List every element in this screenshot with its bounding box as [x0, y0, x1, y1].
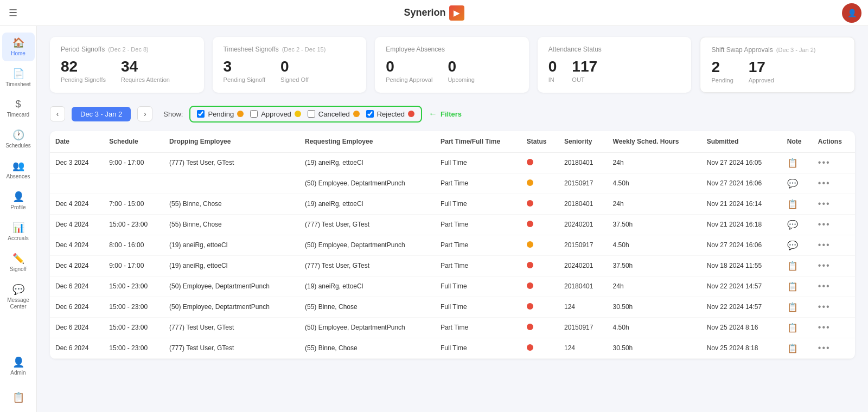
actions-menu-button[interactable]: ••• — [818, 261, 831, 270]
prev-date-button[interactable]: ‹ — [50, 106, 65, 121]
sidebar: 🏠 Home 📄 Timesheet $ Timecard 🕐 Schedule… — [0, 0, 37, 412]
cell-actions[interactable]: ••• — [813, 214, 855, 235]
status-dot — [527, 159, 533, 165]
actions-menu-button[interactable]: ••• — [818, 158, 831, 167]
actions-menu-button[interactable]: ••• — [818, 302, 831, 311]
cell-note: 📋 — [782, 152, 813, 173]
attendance-status-metrics: 0 IN 117 OUT — [548, 59, 681, 83]
sidebar-item-timesheet[interactable]: 📄 Timesheet — [2, 63, 35, 92]
menu-icon[interactable]: ☰ — [9, 7, 17, 19]
cell-seniority: 20240201 — [559, 214, 608, 235]
filter-pending[interactable]: Pending — [197, 110, 244, 118]
timesheet-signoffs-metrics: 3 Pending Signoff 0 Signed Off — [224, 59, 356, 83]
profile-icon: 👤 — [12, 191, 24, 203]
cell-dropping: (55) Binne, Chose — [164, 214, 299, 235]
cell-actions[interactable]: ••• — [813, 235, 855, 255]
cell-actions[interactable]: ••• — [813, 173, 855, 194]
cell-date: Dec 3 2024 — [50, 152, 104, 173]
absences-icon: 👥 — [12, 160, 24, 172]
cell-actions[interactable]: ••• — [813, 317, 855, 338]
filter-approved[interactable]: Approved — [250, 110, 301, 118]
cell-requesting: (50) Employee, DeptartmentPunch — [299, 173, 435, 194]
cell-submitted: Nov 27 2024 16:05 — [701, 152, 782, 173]
cell-status — [521, 194, 559, 214]
cell-note: 📋 — [782, 194, 813, 214]
actions-menu-button[interactable]: ••• — [818, 323, 831, 332]
timesheet-icon: 📄 — [12, 68, 24, 80]
cell-requesting: (777) Test User, GTest — [299, 214, 435, 235]
shift-swap-metrics: 2 Pending 17 Approved — [711, 59, 844, 83]
sidebar-item-timecard[interactable]: $ Timecard — [2, 94, 35, 123]
status-dot — [527, 200, 533, 207]
schedules-icon: 🕐 — [12, 129, 24, 141]
col-actions: Actions — [813, 131, 855, 152]
table-row: Dec 4 2024 15:00 - 23:00 (55) Binne, Cho… — [50, 214, 855, 235]
col-dropping: Dropping Employee — [164, 131, 299, 152]
main-content: Period Signoffs (Dec 2 - Dec 8) 82 Pendi… — [37, 26, 868, 412]
note-icon: 📋 — [787, 261, 798, 271]
in-metric: 0 IN — [548, 59, 557, 83]
note-icon: 📋 — [787, 344, 798, 353]
date-range-button[interactable]: Dec 3 - Jan 2 — [72, 107, 131, 121]
cell-weekly: 24h — [608, 276, 701, 297]
note-icon: 📋 — [787, 158, 798, 168]
approved-checkbox[interactable] — [250, 110, 258, 118]
sidebar-item-signoff[interactable]: ✏️ Signoff — [2, 248, 35, 277]
cell-note: 💬 — [782, 235, 813, 255]
sidebar-item-message-center[interactable]: 💬 Message Center — [2, 279, 35, 314]
cell-status — [521, 297, 559, 317]
cell-weekly: 24h — [608, 152, 701, 173]
cell-actions[interactable]: ••• — [813, 297, 855, 317]
sidebar-item-profile[interactable]: 👤 Profile — [2, 186, 35, 215]
actions-menu-button[interactable]: ••• — [818, 240, 831, 249]
cell-actions[interactable]: ••• — [813, 194, 855, 214]
sidebar-item-absences[interactable]: 👥 Absences — [2, 156, 35, 184]
attendance-status-title: Attendance Status — [548, 46, 681, 53]
sidebar-item-home[interactable]: 🏠 Home — [2, 33, 35, 61]
cancelled-checkbox[interactable] — [308, 110, 315, 118]
cell-status — [521, 338, 559, 358]
logo-text: Synerion — [404, 7, 445, 18]
pending-approval-metric: 0 Pending Approval — [386, 59, 432, 83]
cell-requesting: (777) Test User, GTest — [299, 255, 435, 276]
cell-status — [521, 152, 559, 173]
pending-checkbox[interactable] — [197, 110, 205, 118]
cell-seniority: 20240201 — [559, 255, 608, 276]
actions-menu-button[interactable]: ••• — [818, 220, 831, 229]
cell-schedule: 8:00 - 16:00 — [104, 235, 164, 255]
filter-cancelled[interactable]: Cancelled — [308, 110, 360, 118]
next-date-button[interactable]: › — [137, 106, 152, 121]
cell-schedule: 15:00 - 23:00 — [104, 276, 164, 297]
cell-seniority: 124 — [559, 297, 608, 317]
cell-dropping: (777) Test User, GTest — [164, 338, 299, 358]
rejected-checkbox[interactable] — [366, 110, 374, 118]
cancelled-label: Cancelled — [318, 110, 350, 118]
cell-actions[interactable]: ••• — [813, 255, 855, 276]
pending-dot — [237, 111, 244, 117]
actions-menu-button[interactable]: ••• — [818, 343, 831, 352]
arrow-left-icon: ← — [429, 109, 437, 119]
cell-actions[interactable]: ••• — [813, 338, 855, 358]
sidebar-item-schedules[interactable]: 🕐 Schedules — [2, 125, 35, 153]
table-row: Dec 6 2024 15:00 - 23:00 (777) Test User… — [50, 317, 855, 338]
sidebar-item-admin[interactable]: 👤 Admin — [2, 352, 35, 381]
sidebar-label-schedules: Schedules — [5, 143, 31, 149]
cell-actions[interactable]: ••• — [813, 152, 855, 173]
cell-weekly: 4.50h — [608, 235, 701, 255]
filter-rejected[interactable]: Rejected — [366, 110, 414, 118]
table-row: Dec 6 2024 15:00 - 23:00 (50) Employee, … — [50, 276, 855, 297]
cell-note: 📋 — [782, 276, 813, 297]
avatar[interactable]: 👤 — [842, 3, 861, 23]
cell-status — [521, 235, 559, 255]
cell-schedule: 9:00 - 17:00 — [104, 152, 164, 173]
shift-swap-table: Date Schedule Dropping Employee Requesti… — [50, 131, 855, 359]
actions-menu-button[interactable]: ••• — [818, 178, 831, 188]
cell-dropping: (50) Employee, DeptartmentPunch — [164, 276, 299, 297]
actions-menu-button[interactable]: ••• — [818, 199, 831, 208]
employee-absences-metrics: 0 Pending Approval 0 Upcoming — [386, 59, 518, 83]
sidebar-item-accruals[interactable]: 📊 Accruals — [2, 217, 35, 246]
actions-menu-button[interactable]: ••• — [818, 281, 831, 291]
note-icon: 💬 — [787, 241, 798, 250]
cell-actions[interactable]: ••• — [813, 276, 855, 297]
cell-seniority: 20150917 — [559, 235, 608, 255]
